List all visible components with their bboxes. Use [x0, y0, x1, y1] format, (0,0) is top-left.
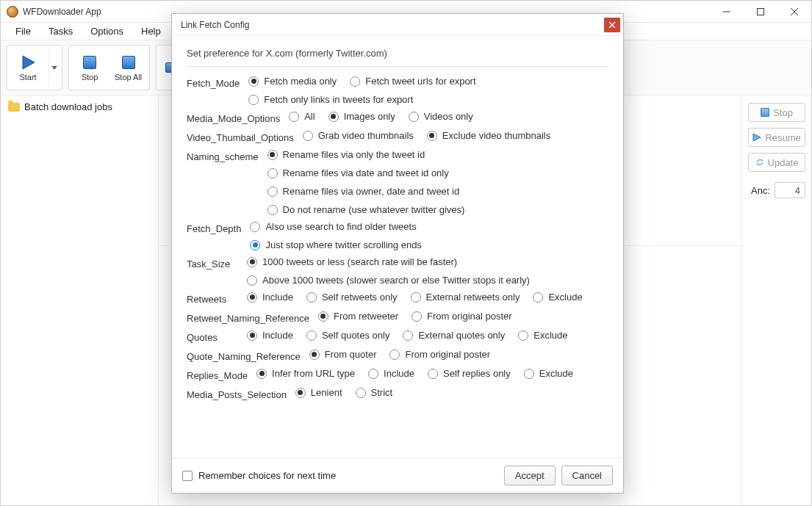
radio-label: Just stop where twitter scrolling ends [265, 239, 421, 250]
radio-option[interactable]: Lenient [295, 387, 342, 398]
radio-option[interactable]: Rename files via only the tweet id [267, 149, 425, 160]
radio-option[interactable]: Include [247, 292, 293, 303]
radio-option[interactable]: Exclude [533, 292, 582, 303]
menu-help[interactable]: Help [134, 24, 168, 39]
app-icon [7, 6, 18, 18]
radio-label: Infer from URL type [272, 368, 355, 379]
radio-icon [306, 330, 317, 341]
radio-icon [306, 292, 317, 303]
radio-option[interactable]: Exclude [524, 368, 573, 379]
radio-label: Exclude video thumbnails [442, 130, 550, 141]
dialog-close-button[interactable] [604, 18, 620, 32]
radio-icon [524, 369, 534, 379]
stop-button[interactable]: Stop [72, 48, 107, 87]
menu-file[interactable]: File [8, 24, 38, 39]
radio-icon [412, 311, 422, 322]
radio-option[interactable]: Self retweets only [306, 292, 398, 303]
radio-icon [267, 205, 278, 215]
maximize-button[interactable] [744, 1, 777, 23]
tree-item-batch-jobs[interactable]: Batch download jobs [1, 98, 158, 115]
radio-icon [295, 388, 306, 398]
row-retweets: RetweetsIncludeSelf retweets onlyExterna… [187, 292, 608, 305]
row-label: Retweet_Naming_Reference [187, 311, 309, 324]
radio-option[interactable]: Above 1000 tweets (slower search or else… [247, 275, 530, 286]
row-video-thumb: Video_Thumbail_OptionsGrab video thumbna… [187, 130, 608, 143]
radio-icon [389, 350, 400, 360]
stop-all-label: Stop All [115, 73, 142, 82]
radio-label: From retweeter [334, 311, 398, 322]
radio-icon [247, 275, 257, 286]
row-fetch-depth: Fetch_DepthAlso use search to find older… [187, 221, 608, 250]
row-quote-ref: Quote_Naming_ReferenceFrom quoterFrom or… [187, 349, 608, 362]
radio-option[interactable]: Exclude [518, 330, 567, 341]
radio-label: Above 1000 tweets (slower search or else… [262, 275, 530, 286]
radio-option[interactable]: External retweets only [411, 292, 520, 303]
radio-option[interactable]: From original poster [389, 349, 490, 360]
svg-marker-5 [753, 134, 761, 141]
radio-icon [250, 240, 260, 250]
radio-option[interactable]: Videos only [409, 111, 473, 122]
remember-checkbox[interactable]: Remember choices for next time [182, 470, 336, 481]
radio-option[interactable]: Rename files via date and tweet id only [267, 167, 449, 178]
minimize-icon [723, 8, 730, 15]
radio-label: 1000 tweets or less (search rate will be… [262, 256, 457, 267]
radio-icon [248, 95, 259, 105]
radio-label: From original poster [427, 311, 512, 322]
row-options: Grab video thumbnailsExclude video thumb… [303, 130, 608, 141]
radio-option[interactable]: Fetch media only [248, 76, 337, 87]
radio-option[interactable]: Include [368, 368, 414, 379]
radio-label: Fetch only links in tweets for export [264, 94, 413, 105]
dialog-titlebar[interactable]: Link Fetch Config [172, 14, 623, 36]
radio-label: Rename files via owner, date and tweet i… [283, 186, 460, 197]
cancel-button[interactable]: Cancel [561, 466, 613, 485]
play-icon [752, 133, 761, 142]
radio-option[interactable]: Infer from URL type [256, 368, 355, 379]
accept-button[interactable]: Accept [504, 466, 556, 485]
radio-option[interactable]: Also use search to find older tweets [250, 221, 416, 232]
radio-option[interactable]: Strict [356, 387, 393, 398]
panel-update-button[interactable]: Update [748, 153, 805, 172]
side-controls: Stop Resume Update Anc: 4 [741, 95, 811, 505]
dialog-title: Link Fetch Config [181, 20, 249, 30]
start-button[interactable]: Start [10, 48, 46, 87]
radio-option[interactable]: Include [247, 330, 293, 341]
radio-option[interactable]: From retweeter [318, 311, 398, 322]
radio-option[interactable]: Grab video thumbnails [303, 130, 414, 141]
radio-option[interactable]: Just stop where twitter scrolling ends [250, 239, 421, 250]
row-label: Retweets [187, 292, 238, 305]
row-options: IncludeSelf quotes onlyExternal quotes o… [247, 330, 608, 341]
radio-icon [248, 76, 259, 87]
radio-option[interactable]: Do not rename (use whatever twitter give… [267, 204, 465, 215]
menu-options[interactable]: Options [83, 24, 131, 39]
radio-option[interactable]: Exclude video thumbnails [427, 130, 550, 141]
radio-option[interactable]: From original poster [412, 311, 512, 322]
stop-all-button[interactable]: Stop All [110, 48, 146, 87]
radio-option[interactable]: From quoter [309, 349, 377, 360]
radio-label: External retweets only [426, 292, 520, 303]
radio-option[interactable]: Self quotes only [306, 330, 390, 341]
start-dropdown[interactable] [48, 48, 59, 87]
radio-icon [247, 292, 257, 303]
dialog-subtitle: Set preference for X.com (formerly Twitt… [187, 45, 608, 67]
radio-option[interactable]: Rename files via owner, date and tweet i… [267, 186, 460, 197]
close-button[interactable] [777, 1, 811, 23]
radio-option[interactable]: Fetch tweet urls for export [350, 76, 475, 87]
menu-tasks[interactable]: Tasks [41, 24, 80, 39]
radio-label: Also use search to find older tweets [265, 221, 416, 232]
row-label: Media_Mode_Options [187, 111, 280, 124]
panel-stop-button[interactable]: Stop [748, 103, 805, 122]
radio-option[interactable]: Images only [328, 111, 395, 122]
radio-option[interactable]: Self replies only [428, 368, 511, 379]
radio-option[interactable]: All [289, 111, 315, 122]
row-options: Rename files via only the tweet idRename… [267, 149, 608, 215]
stop-all-icon [122, 56, 135, 69]
radio-option[interactable]: Fetch only links in tweets for export [248, 94, 413, 105]
minimize-button[interactable] [710, 1, 744, 23]
radio-option[interactable]: External quotes only [403, 330, 505, 341]
panel-resume-button[interactable]: Resume [748, 128, 805, 147]
radio-label: Exclude [539, 368, 573, 379]
radio-label: Strict [371, 387, 393, 398]
radio-icon [328, 112, 339, 122]
anc-input[interactable]: 4 [775, 182, 805, 198]
radio-option[interactable]: 1000 tweets or less (search rate will be… [247, 256, 457, 267]
